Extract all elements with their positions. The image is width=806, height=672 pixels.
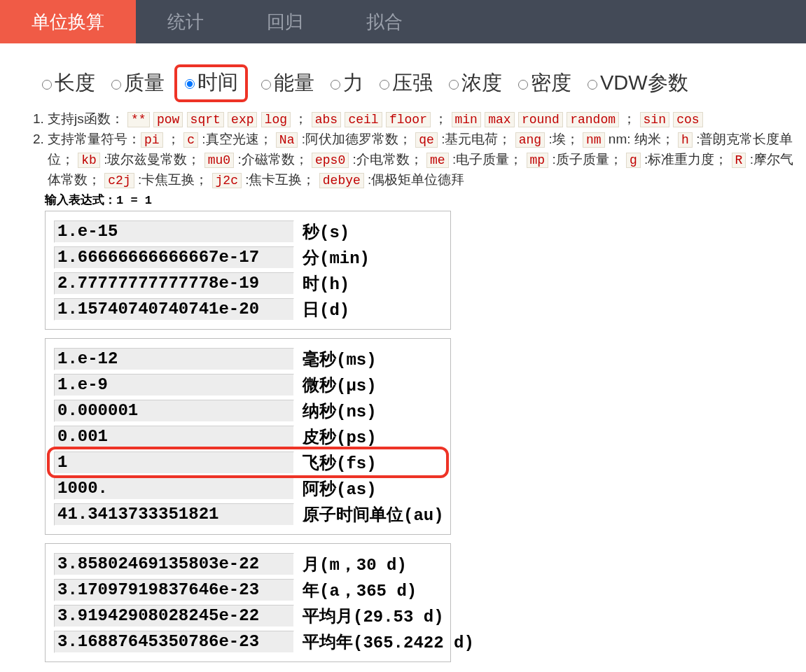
const-code: nm <box>583 132 605 148</box>
category-label: 密度 <box>531 69 571 97</box>
unit-label: 纳秒(ns) <box>303 400 377 422</box>
unit-label: 平均年(365.2422 d) <box>303 631 474 653</box>
const-code: kb <box>78 153 100 168</box>
func-code: log <box>261 112 291 127</box>
conversion-row: 皮秒(ps) <box>54 424 442 449</box>
const-code: h <box>678 132 693 148</box>
category-能量[interactable]: 能量 <box>258 69 314 97</box>
expression-label: 输入表达式： <box>45 194 116 207</box>
func-code: cos <box>673 112 702 127</box>
conversion-row: 阿秒(as) <box>54 475 442 501</box>
value-input[interactable] <box>54 246 294 269</box>
category-radio[interactable] <box>588 80 597 90</box>
category-力[interactable]: 力 <box>327 69 363 97</box>
note-constants: 支持常量符号：pi ； c :真空光速； Na :阿伏加德罗常数； qe :基元… <box>48 130 800 190</box>
category-radio[interactable] <box>331 80 340 90</box>
expression-value: 1 = 1 <box>116 194 152 207</box>
const-code: mp <box>527 153 549 168</box>
func-code: random <box>567 112 619 127</box>
unit-label: 时(h) <box>303 272 349 295</box>
value-input[interactable] <box>54 298 294 321</box>
category-radio[interactable] <box>449 80 459 90</box>
category-label: 长度 <box>55 69 95 97</box>
note-js-functions: 支持js函数： ** pow sqrt exp log ； abs ceil f… <box>48 109 800 130</box>
func-code: ceil <box>345 112 382 127</box>
unit-label: 年(a，365 d) <box>303 579 417 601</box>
category-radio[interactable] <box>185 79 195 89</box>
conversion-row: 纳秒(ns) <box>54 398 442 424</box>
category-时间[interactable]: 时间 <box>174 64 248 102</box>
func-code: pow <box>153 112 183 127</box>
category-radio[interactable] <box>518 80 528 90</box>
tab-拟合[interactable]: 拟合 <box>335 0 434 43</box>
conversion-row: 微秒(µs) <box>54 372 442 398</box>
category-radio[interactable] <box>42 80 52 90</box>
conversion-row: 分(min) <box>54 244 442 270</box>
value-input[interactable] <box>54 374 294 396</box>
value-input[interactable] <box>54 553 294 575</box>
value-input[interactable] <box>54 503 294 526</box>
const-code: g <box>626 153 641 168</box>
category-label: 力 <box>343 69 363 97</box>
value-input[interactable] <box>54 605 294 627</box>
category-radio[interactable] <box>261 80 271 90</box>
conversion-row: 原子时间单位(au) <box>54 501 442 527</box>
category-VDW参数[interactable]: VDW参数 <box>584 69 688 97</box>
value-input[interactable] <box>54 451 294 474</box>
func-code: exp <box>228 112 257 127</box>
value-input[interactable] <box>54 220 294 243</box>
const-code: ang <box>515 132 545 148</box>
category-label: 浓度 <box>461 69 502 97</box>
category-radio[interactable] <box>111 80 121 90</box>
category-密度[interactable]: 密度 <box>515 69 571 97</box>
func-code: min <box>452 112 481 127</box>
unit-label: 阿秒(as) <box>303 477 377 500</box>
value-input[interactable] <box>54 348 294 370</box>
const-code: Na <box>276 132 298 148</box>
category-radio[interactable] <box>380 80 389 90</box>
func-code: floor <box>386 112 431 127</box>
conversion-panel: 月(m，30 d)年(a，365 d)平均月(29.53 d)平均年(365.2… <box>45 543 451 662</box>
const-code: debye <box>319 173 364 188</box>
tab-统计[interactable]: 统计 <box>136 0 235 43</box>
func-code: max <box>485 112 514 127</box>
value-input[interactable] <box>54 579 294 601</box>
value-input[interactable] <box>54 400 294 422</box>
const-code: c <box>183 132 198 148</box>
unit-label: 皮秒(ps) <box>303 426 377 448</box>
const-code: pi <box>141 132 163 148</box>
unit-label: 秒(s) <box>303 220 349 243</box>
const-code: j2c <box>212 173 242 188</box>
const-code: R <box>732 153 746 168</box>
category-质量[interactable]: 质量 <box>108 69 165 97</box>
tab-单位换算[interactable]: 单位换算 <box>0 0 136 43</box>
const-code: mu0 <box>204 153 234 168</box>
expression-line: 输入表达式：1 = 1 <box>45 192 806 208</box>
category-长度[interactable]: 长度 <box>39 69 95 97</box>
value-input[interactable] <box>54 477 294 500</box>
category-label: 能量 <box>274 69 314 97</box>
value-input[interactable] <box>54 631 294 653</box>
func-code: sqrt <box>187 112 224 127</box>
unit-label: 微秒(µs) <box>303 374 377 396</box>
unit-label: 毫秒(ms) <box>303 348 377 370</box>
func-code: abs <box>312 112 341 127</box>
category-压强[interactable]: 压强 <box>376 69 433 97</box>
value-input[interactable] <box>54 426 294 448</box>
conversion-row: 月(m，30 d) <box>54 551 442 577</box>
func-code: round <box>518 112 563 127</box>
conversion-panel: 秒(s)分(min)时(h)日(d) <box>45 211 451 330</box>
category-label: 时间 <box>197 69 238 97</box>
notes-list: 支持js函数： ** pow sqrt exp log ； abs ceil f… <box>24 109 800 190</box>
category-浓度[interactable]: 浓度 <box>445 69 502 97</box>
conversion-row: 年(a，365 d) <box>54 577 442 603</box>
conversion-row: 毫秒(ms) <box>54 346 442 372</box>
unit-label: 平均月(29.53 d) <box>303 605 444 627</box>
conversion-row: 平均年(365.2422 d) <box>54 629 442 654</box>
tab-回归[interactable]: 回归 <box>235 0 335 43</box>
func-code: sin <box>640 112 669 127</box>
const-code: qe <box>415 132 438 148</box>
const-code: eps0 <box>312 153 349 168</box>
value-input[interactable] <box>54 272 294 295</box>
unit-label: 月(m，30 d) <box>303 553 407 575</box>
